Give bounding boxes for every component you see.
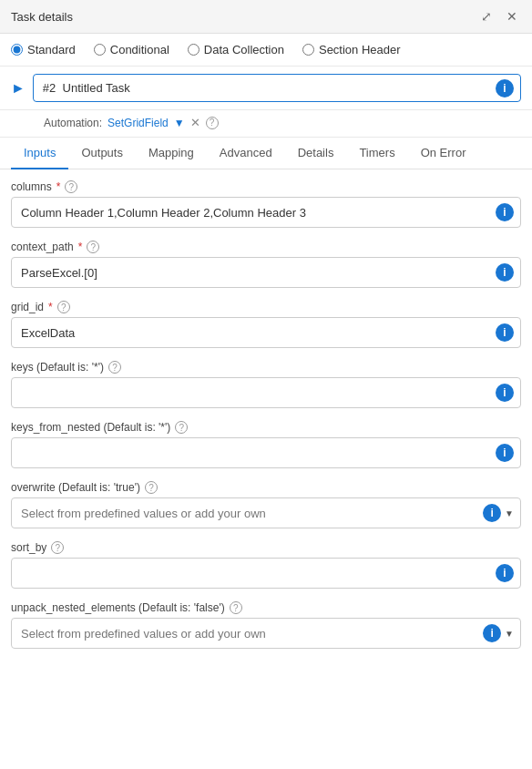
form-area: columns * ? i context_path * ? i grid_id: [0, 169, 532, 672]
automation-link[interactable]: SetGridField: [107, 117, 169, 129]
tab-on-error[interactable]: On Error: [408, 138, 479, 169]
columns-input[interactable]: [11, 197, 521, 228]
grid-id-help-icon[interactable]: ?: [57, 301, 70, 313]
field-overwrite-label: overwrite (Default is: 'true') ?: [11, 481, 521, 494]
tabs-bar: Inputs Outputs Mapping Advanced Details …: [0, 138, 532, 169]
context-path-input[interactable]: [11, 257, 521, 288]
unpack-nested-dropdown-icon[interactable]: ▼: [505, 629, 514, 639]
field-sort-by: sort_by ? i: [11, 541, 521, 589]
tab-timers[interactable]: Timers: [346, 138, 407, 169]
sort-by-info-icon[interactable]: i: [496, 564, 514, 582]
overwrite-input[interactable]: [11, 497, 521, 528]
required-star: *: [78, 241, 83, 253]
field-unpack-nested-wrapper: i ▼: [11, 618, 521, 649]
sort-by-help-icon[interactable]: ?: [51, 541, 64, 554]
field-grid-id-wrapper: i: [11, 317, 521, 348]
task-title-input[interactable]: [33, 74, 521, 102]
field-columns: columns * ? i: [11, 180, 521, 228]
keys-input[interactable]: [11, 377, 521, 408]
field-context-path-label: context_path * ?: [11, 241, 521, 253]
expand-button[interactable]: ⤢: [477, 7, 496, 26]
close-button[interactable]: ✕: [503, 7, 521, 26]
keys-from-nested-input[interactable]: [11, 437, 521, 468]
field-overwrite-wrapper: i ▼: [11, 497, 521, 528]
radio-standard-label: Standard: [27, 43, 76, 56]
collapse-arrow[interactable]: ►: [11, 80, 26, 97]
radio-conditional-label: Conditional: [110, 43, 169, 56]
tab-details[interactable]: Details: [285, 138, 347, 169]
title-bar: Task details ⤢ ✕: [0, 0, 532, 34]
required-star: *: [56, 180, 61, 193]
task-info-icon[interactable]: i: [496, 79, 514, 97]
radio-standard-input[interactable]: [11, 44, 23, 56]
keys-from-nested-info-icon[interactable]: i: [496, 444, 514, 462]
automation-row: Automation: SetGridField ▼ ✕ ?: [0, 110, 532, 138]
keys-help-icon[interactable]: ?: [108, 361, 121, 374]
field-unpack-nested-label: unpack_nested_elements (Default is: 'fal…: [11, 601, 521, 614]
task-input-wrapper: i: [33, 74, 521, 102]
field-keys-label: keys (Default is: '*') ?: [11, 361, 521, 374]
automation-label: Automation:: [44, 117, 102, 129]
unpack-nested-icons: i ▼: [483, 624, 514, 642]
tab-outputs[interactable]: Outputs: [68, 138, 136, 169]
tab-advanced[interactable]: Advanced: [207, 138, 285, 169]
radio-conditional-input[interactable]: [94, 44, 106, 56]
field-keys-wrapper: i: [11, 377, 521, 408]
context-path-info-icon[interactable]: i: [496, 263, 514, 282]
grid-id-input[interactable]: [11, 317, 521, 348]
keys-info-icon[interactable]: i: [496, 384, 514, 402]
overwrite-help-icon[interactable]: ?: [145, 481, 158, 494]
field-columns-label: columns * ?: [11, 180, 521, 193]
field-keys: keys (Default is: '*') ? i: [11, 361, 521, 408]
automation-help-icon[interactable]: ?: [206, 116, 219, 129]
radio-section-header-label: Section Header: [319, 43, 401, 56]
unpack-nested-info-icon[interactable]: i: [483, 624, 501, 642]
field-keys-from-nested-wrapper: i: [11, 437, 521, 468]
automation-remove-button[interactable]: ✕: [190, 116, 200, 129]
field-grid-id: grid_id * ? i: [11, 301, 521, 348]
radio-section-header[interactable]: Section Header: [302, 43, 401, 56]
radio-data-collection-input[interactable]: [188, 44, 200, 56]
columns-info-icon[interactable]: i: [496, 203, 514, 221]
field-context-path-wrapper: i: [11, 257, 521, 288]
field-sort-by-label: sort_by ?: [11, 541, 521, 554]
sort-by-input[interactable]: [11, 558, 521, 589]
tab-mapping[interactable]: Mapping: [136, 138, 207, 169]
field-overwrite: overwrite (Default is: 'true') ? i ▼: [11, 481, 521, 528]
radio-data-collection[interactable]: Data Collection: [188, 43, 284, 56]
keys-from-nested-help-icon[interactable]: ?: [175, 421, 188, 434]
grid-id-info-icon[interactable]: i: [496, 323, 514, 342]
field-keys-from-nested-label: keys_from_nested (Default is: '*') ?: [11, 421, 521, 434]
radio-conditional[interactable]: Conditional: [94, 43, 169, 56]
required-star: *: [48, 301, 53, 313]
field-keys-from-nested: keys_from_nested (Default is: '*') ? i: [11, 421, 521, 468]
context-path-help-icon[interactable]: ?: [87, 241, 99, 253]
field-context-path: context_path * ? i: [11, 241, 521, 288]
overwrite-info-icon[interactable]: i: [483, 504, 501, 522]
task-row: ► i: [0, 67, 532, 110]
radio-standard[interactable]: Standard: [11, 43, 76, 56]
automation-dropdown-arrow[interactable]: ▼: [174, 117, 185, 129]
field-columns-wrapper: i: [11, 197, 521, 228]
radio-bar: Standard Conditional Data Collection Sec…: [0, 34, 532, 67]
overwrite-dropdown-icon[interactable]: ▼: [505, 508, 514, 518]
help-circle-icon[interactable]: ?: [206, 117, 219, 129]
radio-section-header-input[interactable]: [302, 44, 314, 56]
unpack-nested-input[interactable]: [11, 618, 521, 649]
title-bar-controls: ⤢ ✕: [477, 7, 521, 26]
radio-data-collection-label: Data Collection: [204, 43, 284, 56]
unpack-nested-help-icon[interactable]: ?: [230, 601, 242, 614]
field-grid-id-label: grid_id * ?: [11, 301, 521, 313]
columns-help-icon[interactable]: ?: [65, 180, 77, 193]
field-sort-by-wrapper: i: [11, 558, 521, 589]
field-unpack-nested: unpack_nested_elements (Default is: 'fal…: [11, 601, 521, 649]
overwrite-icons: i ▼: [483, 504, 514, 522]
tab-inputs[interactable]: Inputs: [11, 138, 68, 169]
info-circle-icon[interactable]: i: [496, 79, 514, 97]
title-bar-title: Task details: [11, 10, 73, 24]
